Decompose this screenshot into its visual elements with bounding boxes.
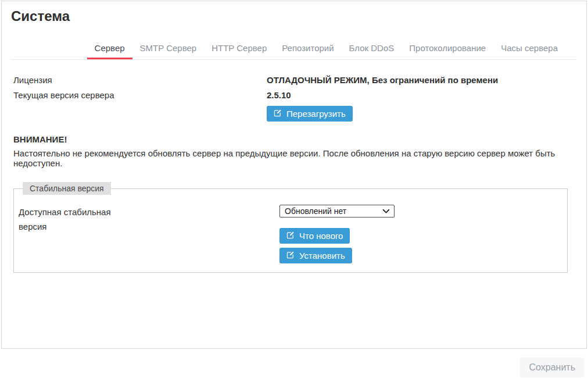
- stable-version-select[interactable]: Обновлений нет: [279, 205, 395, 217]
- tab-repository[interactable]: Репозиторий: [274, 42, 341, 59]
- warning-text: Настоятельно не рекомендуется обновлять …: [13, 148, 577, 168]
- current-version-label: Текущая версия сервера: [13, 90, 267, 100]
- stable-version-select-value: Обновлений нет: [285, 206, 346, 216]
- whats-new-button[interactable]: Что нового: [279, 228, 350, 244]
- warning-title: ВНИМАНИЕ!: [13, 134, 577, 144]
- restart-row: Перезагрузить: [13, 106, 577, 122]
- system-settings-card: Система Сервер SMTP Сервер HTTP Сервер Р…: [1, 1, 587, 349]
- edit-icon: [274, 109, 282, 119]
- stable-version-fieldset: Стабильная версия Доступная стабильная в…: [13, 182, 568, 273]
- current-version-value: 2.5.10: [267, 90, 291, 100]
- tab-ddos-block[interactable]: Блок DDoS: [342, 42, 402, 59]
- warning-block: ВНИМАНИЕ! Настоятельно не рекомендуется …: [11, 134, 577, 168]
- page-title: Система: [11, 8, 577, 25]
- tab-server[interactable]: Сервер: [87, 42, 132, 59]
- server-info-section: Лицензия ОТЛАДОЧНЫЙ РЕЖИМ, Без ограничен…: [11, 75, 577, 122]
- tab-bar: Сервер SMTP Сервер HTTP Сервер Репозитор…: [11, 42, 577, 60]
- stable-version-row: Доступная стабильная версия Обновлений н…: [19, 205, 562, 263]
- tab-smtp-server[interactable]: SMTP Сервер: [132, 42, 205, 59]
- license-row: Лицензия ОТЛАДОЧНЫЙ РЕЖИМ, Без ограничен…: [13, 75, 577, 90]
- license-label: Лицензия: [13, 75, 267, 85]
- footer-bar: Сохранить: [0, 349, 588, 378]
- license-value: ОТЛАДОЧНЫЙ РЕЖИМ, Без ограничений по вре…: [267, 75, 498, 85]
- restart-button[interactable]: Перезагрузить: [267, 106, 353, 122]
- version-row: Текущая версия сервера 2.5.10: [13, 90, 577, 105]
- tab-logging[interactable]: Протоколирование: [401, 42, 493, 59]
- edit-icon: [286, 251, 295, 261]
- save-button[interactable]: Сохранить: [520, 358, 584, 377]
- stable-version-legend: Стабильная версия: [23, 182, 111, 195]
- chevron-down-icon: [382, 209, 390, 214]
- tab-http-server[interactable]: HTTP Сервер: [204, 42, 274, 59]
- available-stable-version-label: Доступная стабильная версия: [19, 205, 279, 263]
- tab-server-clock[interactable]: Часы сервера: [493, 42, 565, 59]
- install-button[interactable]: Установить: [279, 248, 352, 263]
- edit-icon: [286, 231, 295, 241]
